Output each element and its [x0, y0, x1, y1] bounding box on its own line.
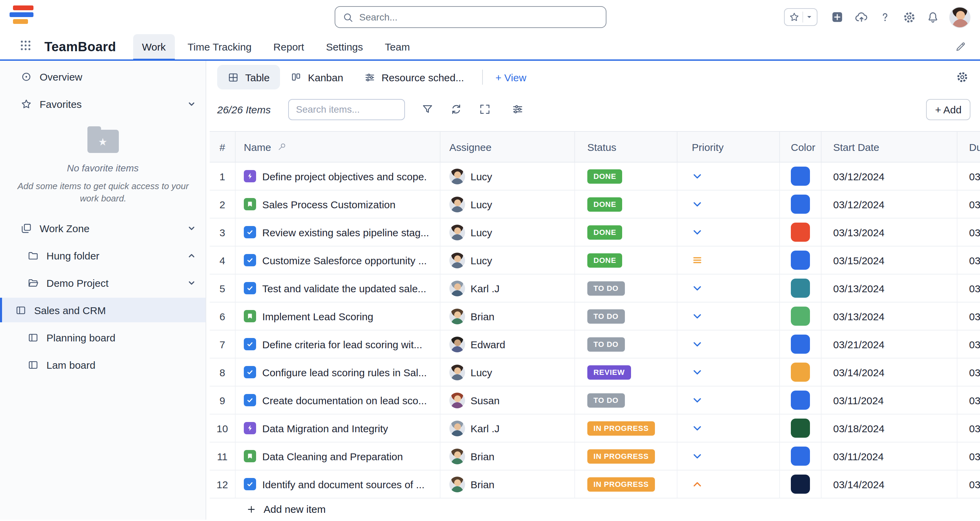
view-tab-kanban[interactable]: Kanban: [280, 65, 353, 89]
status-badge[interactable]: IN PROGRESS: [587, 421, 655, 435]
start-date[interactable]: 03/13/2024: [822, 302, 958, 330]
start-date[interactable]: 03/14/2024: [822, 359, 958, 386]
priority-chevron-down-icon[interactable]: [692, 283, 703, 294]
chevron-down-icon[interactable]: [187, 224, 196, 233]
color-swatch[interactable]: [791, 167, 810, 186]
nav-tab-time-tracking[interactable]: Time Tracking: [178, 34, 260, 59]
board-settings-gear-icon[interactable]: [955, 70, 969, 84]
assignee-cell[interactable]: Lucy: [441, 359, 575, 386]
column-header-assignee[interactable]: Assignee: [441, 132, 575, 162]
view-tab-resource-scheduling[interactable]: Resource sched...: [353, 65, 474, 89]
status-badge[interactable]: DONE: [587, 169, 622, 183]
status-cell[interactable]: TO DO: [575, 330, 678, 358]
chevron-down-icon[interactable]: [187, 99, 196, 108]
start-date[interactable]: 03/12/2024: [822, 162, 958, 190]
priority-chevron-down-icon[interactable]: [692, 199, 703, 210]
start-date[interactable]: 03/11/2024: [822, 443, 958, 470]
status-cell[interactable]: DONE: [575, 246, 678, 274]
sidebar-item-hung-folder[interactable]: Hung folder: [0, 242, 205, 269]
status-cell[interactable]: DONE: [575, 191, 678, 218]
global-search[interactable]: [335, 6, 606, 28]
priority-chevron-down-icon[interactable]: [692, 423, 703, 434]
item-name-cell[interactable]: Configure lead scoring rules in Sal...: [235, 359, 441, 386]
nav-tab-report[interactable]: Report: [265, 34, 313, 59]
add-view-button[interactable]: + View: [492, 71, 530, 83]
due-date[interactable]: 03: [958, 443, 980, 470]
table-row[interactable]: 1 Define project objectives and scope. L…: [210, 162, 980, 191]
cloud-upload-icon[interactable]: [854, 10, 869, 25]
start-date[interactable]: 03/13/2024: [822, 275, 958, 302]
item-name-cell[interactable]: Identify and document sources of ...: [235, 470, 441, 498]
status-cell[interactable]: TO DO: [575, 302, 678, 330]
priority-chevron-down-icon[interactable]: [692, 171, 703, 182]
color-swatch[interactable]: [791, 195, 810, 214]
color-cell[interactable]: [780, 219, 822, 246]
due-date[interactable]: 03: [958, 302, 980, 330]
color-swatch[interactable]: [791, 475, 810, 494]
item-name-cell[interactable]: Data Cleaning and Preparation: [235, 443, 441, 470]
color-swatch[interactable]: [791, 391, 810, 410]
items-search-input[interactable]: [296, 104, 398, 115]
priority-chevron-down-icon[interactable]: [692, 451, 703, 462]
color-swatch[interactable]: [791, 335, 810, 354]
priority-medium-icon[interactable]: [692, 255, 703, 265]
color-swatch[interactable]: [791, 279, 810, 298]
global-search-input[interactable]: [359, 12, 599, 22]
item-name-cell[interactable]: Test and validate the updated sale...: [235, 275, 441, 302]
color-cell[interactable]: [780, 443, 822, 470]
refresh-button[interactable]: [445, 98, 468, 120]
due-date[interactable]: 03: [958, 275, 980, 302]
due-date[interactable]: 03: [958, 386, 980, 414]
status-badge[interactable]: TO DO: [587, 309, 625, 323]
sidebar-item-planning-board[interactable]: Planning board: [0, 324, 205, 351]
quick-add-button[interactable]: [830, 10, 845, 25]
column-header-due-date[interactable]: Due Date: [958, 132, 980, 162]
priority-chevron-down-icon[interactable]: [692, 395, 703, 406]
color-swatch[interactable]: [791, 362, 810, 382]
table-row[interactable]: 5 Test and validate the updated sale... …: [210, 275, 980, 302]
table-row[interactable]: 6 Implement Lead Scoring Brian TO DO: [210, 302, 980, 330]
column-header-number[interactable]: #: [210, 132, 235, 162]
color-cell[interactable]: [780, 191, 822, 218]
assignee-cell[interactable]: Karl .J: [441, 275, 575, 302]
column-header-priority[interactable]: Priority: [678, 132, 780, 162]
color-swatch[interactable]: [791, 419, 810, 438]
assignee-cell[interactable]: Brian: [441, 302, 575, 330]
priority-cell[interactable]: [678, 359, 780, 386]
table-row[interactable]: 12 Identify and document sources of ... …: [210, 470, 980, 499]
due-date[interactable]: 03: [958, 162, 980, 190]
table-row[interactable]: 3 Review existing sales pipeline stag...…: [210, 219, 980, 246]
color-swatch[interactable]: [791, 251, 810, 270]
items-search[interactable]: [288, 98, 405, 120]
status-cell[interactable]: IN PROGRESS: [575, 470, 678, 498]
help-button[interactable]: [878, 10, 892, 25]
notifications-bell-icon[interactable]: [925, 10, 940, 25]
table-row[interactable]: 9 Create documentation on lead sco... Su…: [210, 386, 980, 415]
item-name-cell[interactable]: Sales Process Customization: [235, 191, 441, 218]
assignee-cell[interactable]: Brian: [441, 443, 575, 470]
add-new-item-button[interactable]: Add new item: [213, 499, 980, 519]
pin-icon[interactable]: [277, 142, 287, 152]
due-date[interactable]: 03: [958, 191, 980, 218]
priority-chevron-down-icon[interactable]: [692, 227, 703, 238]
color-swatch[interactable]: [791, 307, 810, 326]
color-cell[interactable]: [780, 246, 822, 274]
settings-gear-icon[interactable]: [902, 10, 916, 25]
priority-cell[interactable]: [678, 470, 780, 498]
priority-cell[interactable]: [678, 246, 780, 274]
priority-cell[interactable]: [678, 302, 780, 330]
table-row[interactable]: 11 Data Cleaning and Preparation Brian I…: [210, 443, 980, 470]
status-badge[interactable]: DONE: [587, 197, 622, 211]
start-date[interactable]: 03/12/2024: [822, 191, 958, 218]
status-badge[interactable]: TO DO: [587, 393, 625, 407]
status-cell[interactable]: TO DO: [575, 275, 678, 302]
priority-cell[interactable]: [678, 443, 780, 470]
priority-cell[interactable]: [678, 275, 780, 302]
assignee-cell[interactable]: Brian: [441, 470, 575, 498]
start-date[interactable]: 03/13/2024: [822, 219, 958, 246]
item-name-cell[interactable]: Data Migration and Integrity: [235, 415, 441, 442]
status-badge[interactable]: REVIEW: [587, 365, 631, 379]
due-date[interactable]: 03: [958, 415, 980, 442]
status-badge[interactable]: DONE: [587, 225, 622, 239]
app-logo[interactable]: [10, 4, 35, 29]
